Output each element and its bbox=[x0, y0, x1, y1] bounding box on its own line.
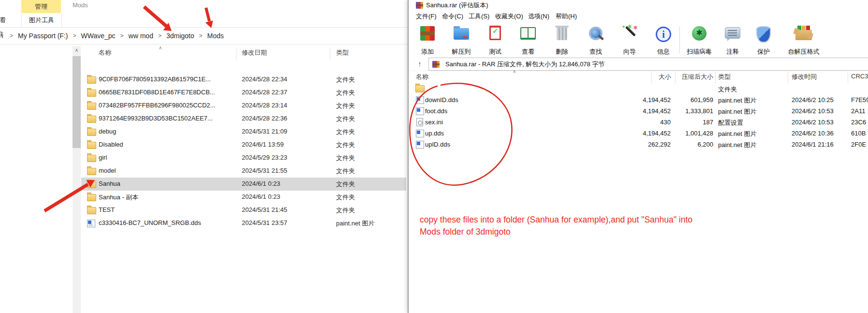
archive-address-field[interactable]: Sanhua.rar - RAR 压缩文件, 解包大小为 12,846,078 … bbox=[428, 58, 868, 71]
breadcrumb-item-drive[interactable]: My Passport (F:) bbox=[18, 32, 68, 40]
archive-row-up[interactable]: up.dds 4,194,452 1,001,428 paint.net 图片 … bbox=[409, 128, 868, 139]
file-crc: 2F0E bbox=[851, 141, 866, 148]
column-divider[interactable] bbox=[788, 72, 788, 83]
breadcrumb: 脑 > My Passport (F:) > WWave_pc > ww mod… bbox=[0, 28, 408, 45]
ribbon-manage-tab[interactable]: 管理 bbox=[21, 0, 61, 13]
dds-image-file-icon bbox=[416, 130, 424, 137]
toolbar-protect-button[interactable]: 保护 bbox=[748, 24, 780, 55]
file-name: model bbox=[99, 167, 116, 174]
menu-commands[interactable]: 命令(C) bbox=[442, 12, 463, 21]
sort-ascending-icon: ∧ bbox=[159, 45, 162, 50]
table-row[interactable]: c3330416-BC7_UNORM_SRGB.dds2024/5/31 23:… bbox=[81, 217, 406, 230]
folder-icon bbox=[87, 142, 96, 149]
archive-row-foot[interactable]: foot.dds 4,194,452 1,333,801 paint.net 图… bbox=[409, 105, 868, 117]
file-packed-size: 187 bbox=[665, 119, 713, 126]
file-type: 文件夹 bbox=[336, 89, 355, 97]
menu-tools[interactable]: 工具(S) bbox=[469, 12, 489, 21]
table-row[interactable]: 073482BF957FFBB6296F980025CCD2...2024/5/… bbox=[81, 99, 406, 112]
column-header-type[interactable]: 类型 bbox=[718, 73, 731, 81]
shield-icon bbox=[756, 26, 771, 43]
file-type: 文件夹 bbox=[718, 85, 737, 94]
archive-row-upid[interactable]: upID.dds 262,292 6,200 paint.net 图片 2024… bbox=[409, 139, 868, 150]
file-name: downID.dds bbox=[425, 96, 458, 104]
file-size: 4,194,452 bbox=[622, 130, 671, 137]
menu-file[interactable]: 文件(F) bbox=[416, 12, 437, 21]
archive-row-up-dir[interactable]: 文件夹 bbox=[409, 83, 868, 95]
winrar-menubar: 文件(F) 命令(C) 工具(S) 收藏夹(O) 选项(N) 帮助(H) bbox=[409, 11, 868, 21]
column-header-date[interactable]: 修改日期 bbox=[242, 48, 267, 57]
table-row[interactable]: 0665BE7831DF0B8D1E467FE7E8DCB...2024/5/2… bbox=[81, 86, 406, 99]
file-name: TEST bbox=[99, 206, 115, 213]
archive-row-downid[interactable]: downID.dds 4,194,452 601,959 paint.net 图… bbox=[409, 94, 868, 106]
ribbon-picture-tools-label: 图片工具 bbox=[29, 16, 54, 25]
column-header-name[interactable]: 名称 bbox=[416, 73, 428, 81]
menu-options[interactable]: 选项(N) bbox=[528, 12, 549, 21]
file-type: 文件夹 bbox=[336, 141, 355, 149]
folder-icon bbox=[87, 168, 96, 175]
scrollbar-thumb[interactable] bbox=[73, 56, 81, 148]
table-row[interactable]: model2024/5/31 21:55文件夹 bbox=[81, 164, 406, 178]
scrollbar-up-icon[interactable]: ∧ bbox=[73, 47, 81, 53]
column-divider[interactable] bbox=[330, 48, 330, 60]
file-date: 2024/6/1 0:23 bbox=[242, 180, 280, 187]
chevron-right-icon: > bbox=[10, 32, 13, 39]
column-divider[interactable] bbox=[236, 48, 236, 60]
column-header-type[interactable]: 类型 bbox=[336, 48, 349, 57]
table-row[interactable]: debug2024/5/31 21:09文件夹 bbox=[81, 125, 406, 138]
toolbar-sfx-button[interactable]: 自解压格式 bbox=[788, 24, 820, 55]
annotation-note-line2: Mods folder of 3dmigoto bbox=[420, 226, 729, 238]
breadcrumb-item-mods[interactable]: Mods bbox=[207, 32, 224, 40]
file-name: sex.ini bbox=[425, 119, 443, 126]
menu-help[interactable]: 帮助(H) bbox=[556, 12, 577, 21]
breadcrumb-item-3dmigoto[interactable]: 3dmigoto bbox=[166, 32, 194, 40]
navpane-scrollbar[interactable]: ∧ bbox=[73, 46, 81, 313]
file-type: 文件夹 bbox=[336, 154, 355, 163]
folder-icon bbox=[87, 129, 96, 136]
column-header-name[interactable]: 名称 bbox=[99, 48, 111, 57]
file-size: 430 bbox=[622, 119, 671, 126]
folder-icon bbox=[87, 194, 96, 201]
column-divider[interactable] bbox=[715, 72, 716, 83]
folder-icon bbox=[87, 181, 96, 188]
column-divider[interactable] bbox=[848, 72, 848, 83]
file-type: 文件夹 bbox=[336, 206, 355, 215]
file-modified: 2024/6/2 10:25 bbox=[792, 96, 834, 104]
file-type: paint.net 图片 bbox=[718, 107, 757, 116]
file-modified: 2024/6/1 21:16 bbox=[792, 141, 834, 148]
column-header-packed[interactable]: 压缩后大小 bbox=[676, 73, 713, 81]
up-directory-button[interactable]: ↑ bbox=[413, 59, 426, 70]
table-row[interactable]: Disabled2024/6/1 13:59文件夹 bbox=[81, 138, 406, 151]
clipboard-check-icon bbox=[489, 26, 501, 40]
file-name: upID.dds bbox=[425, 141, 450, 148]
file-date: 2024/5/29 23:23 bbox=[242, 154, 287, 161]
breadcrumb-item-wwave-pc[interactable]: WWave_pc bbox=[81, 32, 116, 40]
toolbar-info-button[interactable]: 信息 bbox=[647, 24, 679, 55]
table-row[interactable]: 9C0FB706F7805913392AB61579C1E...2024/5/2… bbox=[81, 73, 406, 86]
tab-view-clipped[interactable]: 查看 bbox=[0, 13, 13, 27]
column-header-modified[interactable]: 修改时间 bbox=[792, 73, 817, 81]
ribbon-picture-tools-tab[interactable]: 图片工具 bbox=[21, 13, 62, 27]
chevron-right-icon: > bbox=[158, 32, 162, 39]
archive-row-sex-ini[interactable]: sex.ini 430 187 配置设置 2024/6/2 10:53 23C6 bbox=[409, 117, 868, 128]
menu-favorites[interactable]: 收藏夹(O) bbox=[495, 12, 523, 21]
file-name: 9C0FB706F7805913392AB61579C1E... bbox=[99, 75, 211, 83]
virus-bug-icon bbox=[692, 26, 706, 41]
info-icon bbox=[656, 27, 671, 42]
sort-ascending-icon: ∧ bbox=[513, 69, 516, 74]
file-name: 073482BF957FFBB6296F980025CCD2... bbox=[99, 102, 215, 109]
explorer-window-title: Mods bbox=[73, 1, 88, 9]
table-row[interactable]: girl2024/5/29 23:23文件夹 bbox=[81, 151, 406, 164]
table-row[interactable]: Sanhua - 副本2024/6/1 0:23文件夹 bbox=[81, 191, 406, 204]
file-packed-size: 6,200 bbox=[665, 141, 713, 148]
table-row[interactable]: 9371264E9932B9D3D53BC1502AEE7...2024/5/2… bbox=[81, 112, 406, 125]
table-row-selected-sanhua[interactable]: Sanhua2024/6/1 0:23文件夹 bbox=[81, 178, 406, 191]
column-divider[interactable] bbox=[651, 72, 652, 83]
file-type: 配置设置 bbox=[718, 119, 743, 127]
column-header-crc[interactable]: CRC32 bbox=[851, 73, 868, 80]
column-divider[interactable] bbox=[675, 72, 676, 83]
file-name: girl bbox=[99, 154, 107, 161]
file-date: 2024/6/1 0:23 bbox=[242, 193, 280, 200]
column-header-size[interactable]: 大小 bbox=[655, 73, 671, 81]
table-row[interactable]: TEST2024/5/31 21:45文件夹 bbox=[81, 204, 406, 217]
breadcrumb-item-ww-mod[interactable]: ww mod bbox=[129, 32, 153, 40]
